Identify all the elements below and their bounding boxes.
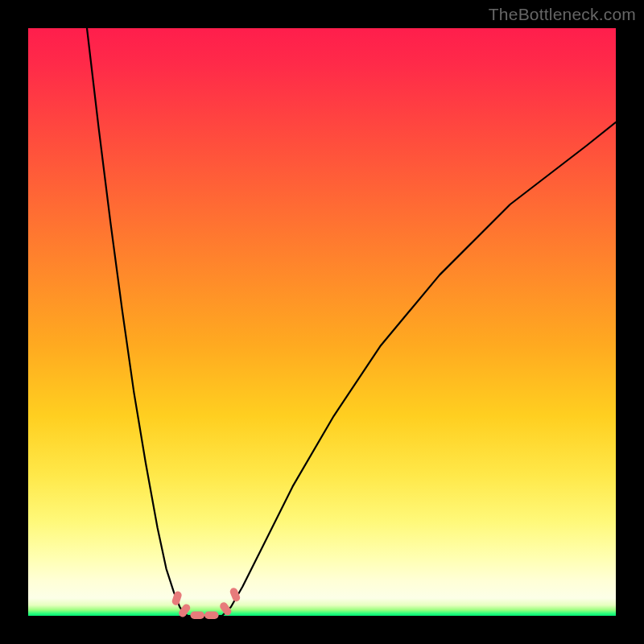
- watermark-text: TheBottleneck.com: [489, 5, 636, 24]
- valley-marker-2: [190, 612, 204, 619]
- valley-marker-5: [229, 587, 241, 603]
- chart-frame: TheBottleneck.com: [0, 0, 644, 644]
- valley-markers: [171, 587, 241, 619]
- plot-area: [28, 28, 616, 616]
- valley-marker-3: [204, 612, 219, 619]
- curve-layer: [28, 28, 616, 616]
- curve-path: [87, 28, 616, 616]
- valley-marker-0: [171, 590, 182, 606]
- valley-marker-4: [218, 601, 233, 617]
- bottleneck-curve: [87, 28, 616, 616]
